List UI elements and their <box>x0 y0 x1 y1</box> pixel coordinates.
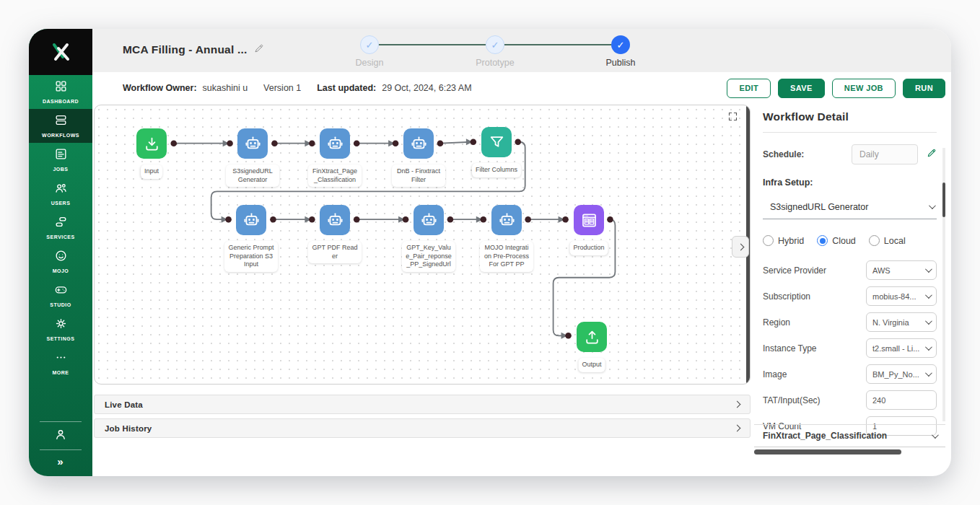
radio-hybrid[interactable]: Hybrid <box>763 235 804 246</box>
node-mojo-tile[interactable] <box>491 205 522 235</box>
app-logo[interactable] <box>29 29 92 75</box>
field-label: Service Provider <box>763 265 826 276</box>
node-input-tile[interactable] <box>136 128 167 159</box>
chevron-down-icon <box>925 265 932 273</box>
sidebar-item-services[interactable]: SERVICES <box>29 211 92 245</box>
updated-label: Last updated: <box>317 83 376 93</box>
robot-icon <box>326 135 344 153</box>
jobs-icon <box>54 147 68 164</box>
step-design[interactable]: ✓Design <box>360 35 379 54</box>
sidebar-item-workflows[interactable]: WORKFLOWS <box>29 109 92 143</box>
sidebar-item-jobs[interactable]: JOBS <box>29 143 92 177</box>
robot-icon <box>420 211 438 229</box>
node-generic: Generic Prompt Preparation S3 Input <box>236 205 266 235</box>
toolbar: Workflow Owner: sukashini u Version 1 La… <box>92 72 951 104</box>
edit-schedule-pencil-icon[interactable] <box>927 148 937 161</box>
profile-button[interactable] <box>53 427 68 444</box>
node-gptkey: GPT_Key_Value_Pair_reponse_PP_SignedUrl <box>414 205 444 235</box>
node-mojo: MOJO Integration Pre-Process For GPT PP <box>491 205 522 235</box>
workflow-meta: Workflow Owner: sukashini u Version 1 La… <box>123 83 472 93</box>
schedule-label: Schedule: <box>763 149 804 159</box>
next-node-section-label: FinXtract_Page_Classification <box>763 431 887 441</box>
nodes-layer: InputS3signedURL GeneratorFinXtract_Page… <box>95 105 750 384</box>
sidebar-item-label: USERS <box>51 201 71 206</box>
node-production-label: Production <box>569 241 608 255</box>
step-publish[interactable]: ✓Publish <box>611 35 630 54</box>
node-dnb: DnB - Finxtract Filter <box>403 128 434 159</box>
services-icon <box>54 215 68 232</box>
field-label: TAT/Input(Sec) <box>763 395 821 405</box>
node-finx-tile[interactable] <box>320 128 350 159</box>
accordion-job-history[interactable]: Job History <box>94 418 751 438</box>
step-connector-line <box>504 44 611 45</box>
step-prototype[interactable]: ✓Prototype <box>486 35 504 54</box>
node-gptkey-tile[interactable] <box>414 205 444 235</box>
workflow-canvas[interactable]: InputS3signedURL GeneratorFinXtract_Page… <box>94 105 751 385</box>
workflows-icon <box>54 113 68 130</box>
step-label: Design <box>356 58 384 68</box>
chevron-down-icon <box>925 343 932 351</box>
sidebar-divider <box>40 449 82 450</box>
accordion-label: Live Data <box>105 400 143 409</box>
run-button[interactable]: RUN <box>903 79 945 98</box>
node-generic-tile[interactable] <box>236 205 266 235</box>
sidebar-item-studio[interactable]: STUDIO <box>29 278 92 312</box>
workflow-detail-panel: Workflow Detail Schedule: Daily Infra Se… <box>754 105 945 456</box>
node-gptpdf-tile[interactable] <box>320 205 350 235</box>
node-dnb-tile[interactable] <box>403 128 434 159</box>
chevron-right-icon <box>734 425 741 432</box>
node-production-tile[interactable] <box>574 205 604 235</box>
sidebar-collapse-button[interactable]: » <box>57 455 64 467</box>
page-title: MCA Filling - Annual ... <box>123 43 247 56</box>
new-job-button[interactable]: NEW JOB <box>832 79 896 98</box>
panel-vertical-scrollbar[interactable] <box>942 183 945 217</box>
node-s3-tile[interactable] <box>237 128 268 159</box>
edit-button[interactable]: EDIT <box>727 79 771 98</box>
node-s3: S3signedURL Generator <box>237 128 268 159</box>
sidebar-item-label: WORKFLOWS <box>42 133 79 138</box>
node-generic-label: Generic Prompt Preparation S3 Input <box>224 241 278 272</box>
field-row: ImageBM_Py_No... <box>763 364 937 384</box>
node-gptpdf-label: GPT PDF Reader <box>308 241 362 263</box>
node-input-label: Input <box>141 164 162 179</box>
panel-divider <box>763 132 937 133</box>
sidebar-item-more[interactable]: MORE <box>29 346 92 380</box>
dashboard-grid-icon <box>54 79 68 96</box>
panel-horizontal-scrollbar[interactable] <box>754 449 901 454</box>
updated-value: 29 Oct, 2024, 6:23 AM <box>382 83 471 93</box>
schedule-value-box[interactable]: Daily <box>852 144 918 164</box>
node-output-tile[interactable] <box>577 322 607 352</box>
edit-title-pencil-icon[interactable] <box>254 43 264 56</box>
sidebar-item-label: SERVICES <box>46 234 74 240</box>
node-filter-tile[interactable] <box>481 127 512 157</box>
node-finx-label: FinXtract_Page_Classification <box>308 164 362 187</box>
field-label: Instance Type <box>763 343 817 354</box>
instance-type-select[interactable]: t2.small - Li... <box>866 338 937 358</box>
region-select[interactable]: N. Virginia <box>866 312 937 332</box>
subscription-select[interactable]: mobius-84... <box>866 286 937 306</box>
field-label: Region <box>763 317 790 328</box>
radio-cloud[interactable]: Cloud <box>817 235 856 246</box>
owner-label: Workflow Owner: <box>123 83 197 93</box>
next-node-section[interactable]: FinXtract_Page_Classification <box>754 424 945 447</box>
tat-input-sec--input[interactable]: 240 <box>866 390 937 410</box>
accordion-live-data[interactable]: Live Data <box>94 395 751 414</box>
chevron-down-icon <box>925 291 932 299</box>
users-icon <box>54 181 68 198</box>
radio-label: Local <box>884 236 906 246</box>
sidebar-item-mojo[interactable]: MOJO <box>29 245 92 278</box>
service-provider-select[interactable]: AWS <box>866 260 937 280</box>
sidebar-item-users[interactable]: USERS <box>29 177 92 211</box>
field-row: RegionN. Virginia <box>763 312 937 332</box>
panel-toggle-button[interactable] <box>732 236 749 258</box>
radio-local[interactable]: Local <box>869 235 906 246</box>
node-gptkey-label: GPT_Key_Value_Pair_reponse_PP_SignedUrl <box>402 241 455 272</box>
save-button[interactable]: SAVE <box>778 79 825 98</box>
node-section-select[interactable]: S3signedURL Generator <box>763 195 937 219</box>
sidebar-item-label: MOJO <box>53 268 69 273</box>
sidebar-item-settings[interactable]: SETTINGS <box>29 312 92 346</box>
logo-x-icon <box>48 40 73 64</box>
image-select[interactable]: BM_Py_No... <box>866 364 937 384</box>
sidebar-item-dashboard[interactable]: DASHBOARD <box>29 75 92 109</box>
robot-icon <box>242 211 261 229</box>
